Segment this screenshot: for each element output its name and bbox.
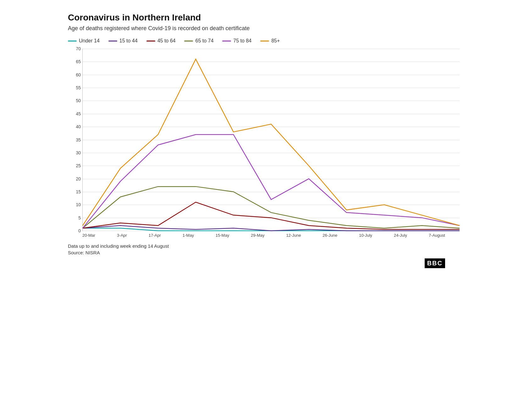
legend-color-under14: [68, 41, 77, 41]
line-75to84: [83, 135, 460, 228]
legend-label-15to44: 15 to 44: [119, 38, 138, 44]
bbc-logo: BBC: [68, 258, 445, 268]
legend-item-under14: Under 14: [68, 38, 100, 44]
y-label-45: 45: [68, 112, 81, 116]
chart-area: 7065605550454035302520151050: [82, 49, 460, 231]
x-label-3: 1-May: [183, 233, 194, 238]
legend-color-85plus: [260, 41, 269, 41]
legend-item-45to64: 45 to 64: [146, 38, 176, 44]
x-label-10: 7-August: [429, 233, 445, 238]
legend-item-75to84: 75 to 84: [222, 38, 251, 44]
x-label-9: 24-July: [394, 233, 407, 238]
y-label-70: 70: [68, 47, 81, 51]
legend-color-75to84: [222, 41, 231, 41]
legend-item-65to74: 65 to 74: [184, 38, 213, 44]
legend-color-45to64: [146, 41, 155, 41]
subtitle: Age of deaths registered where Covid-19 …: [68, 25, 445, 32]
bbc-text: BBC: [425, 258, 445, 268]
y-label-35: 35: [68, 138, 81, 142]
y-label-5: 5: [68, 216, 81, 220]
x-label-7: 26-June: [323, 233, 337, 238]
legend-label-75to84: 75 to 84: [233, 38, 251, 44]
y-label-65: 65: [68, 59, 81, 64]
line-65to74: [83, 186, 460, 228]
legend-label-65to74: 65 to 74: [195, 38, 213, 44]
x-label-8: 10-July: [359, 233, 372, 238]
legend: Under 1415 to 4445 to 6465 to 7475 to 84…: [68, 38, 445, 44]
chart-container: Coronavirus in Northern Ireland Age of d…: [68, 13, 445, 268]
line-15to44: [83, 225, 460, 231]
legend-item-15to44: 15 to 44: [108, 38, 138, 44]
main-title: Coronavirus in Northern Ireland: [68, 13, 445, 23]
y-label-55: 55: [68, 86, 81, 90]
y-label-0: 0: [68, 229, 81, 233]
footer-note: Data up to and including week ending 14 …: [68, 243, 445, 249]
x-label-0: 20-Mar: [82, 233, 95, 238]
y-label-60: 60: [68, 73, 81, 77]
legend-label-45to64: 45 to 64: [157, 38, 176, 44]
legend-label-85plus: 85+: [271, 38, 280, 44]
x-label-2: 17-Apr: [149, 233, 161, 238]
x-label-1: 3-Apr: [117, 233, 127, 238]
x-label-5: 29-May: [251, 233, 264, 238]
line-45to64: [83, 202, 460, 229]
line-85plus: [83, 59, 460, 225]
legend-color-65to74: [184, 41, 193, 41]
y-label-15: 15: [68, 190, 81, 194]
x-label-4: 15-May: [216, 233, 229, 238]
y-label-40: 40: [68, 124, 81, 129]
legend-item-85plus: 85+: [260, 38, 280, 44]
legend-color-15to44: [108, 41, 117, 41]
chart-svg: [83, 49, 460, 231]
y-label-10: 10: [68, 202, 81, 207]
x-label-6: 12-June: [286, 233, 301, 238]
y-label-50: 50: [68, 98, 81, 103]
y-label-20: 20: [68, 177, 81, 181]
source: Source: NISRA: [68, 250, 445, 255]
y-label-25: 25: [68, 163, 81, 168]
y-label-30: 30: [68, 151, 81, 155]
legend-label-under14: Under 14: [79, 38, 100, 44]
x-axis: 20-Mar3-Apr17-Apr1-May15-May29-May12-Jun…: [82, 233, 445, 238]
